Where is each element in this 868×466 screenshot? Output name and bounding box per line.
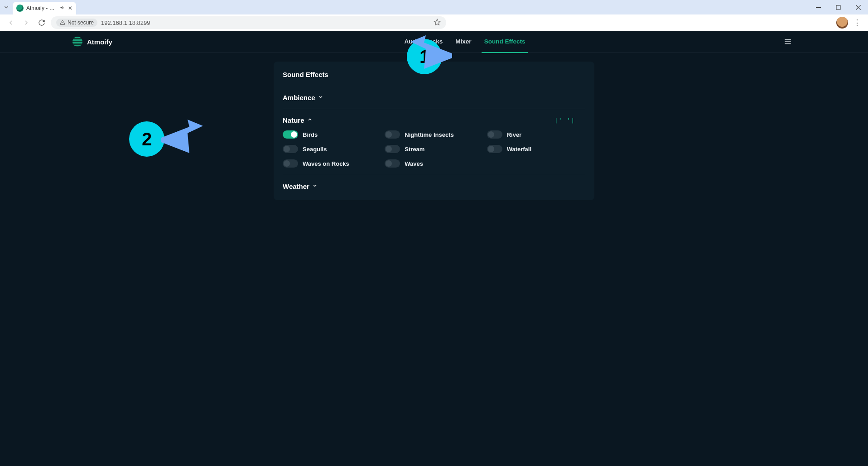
sound-label: Waterfall [507, 146, 531, 153]
arrow-2-icon [160, 120, 204, 158]
annotation-bubble: 2 [129, 121, 164, 157]
browser-menu-button[interactable]: ⋮ [851, 16, 863, 29]
nav-forward-button[interactable] [20, 16, 33, 29]
sound-item-waves_on_rocks: Waves on Rocks [283, 159, 381, 168]
brand[interactable]: Atmoify [72, 31, 112, 53]
tab-title: Atmoify - Create [26, 5, 57, 11]
url-text: 192.168.1.18:8299 [101, 19, 150, 26]
playing-indicator-icon: |' '| [555, 117, 575, 124]
sound-item-nighttime_insects: Nighttime Insects [385, 130, 483, 139]
tab-list-dropdown[interactable] [0, 0, 13, 14]
sound-item-birds: Birds [283, 130, 381, 139]
browser-tab-strip: Atmoify - Create ✕ [0, 0, 868, 14]
sound-label: Nighttime Insects [405, 131, 453, 138]
section-label: Weather [283, 183, 309, 190]
svg-marker-20 [161, 120, 203, 153]
sound-label: Waves on Rocks [303, 160, 349, 167]
svg-rect-0 [816, 7, 821, 8]
sound-label: Stream [405, 146, 424, 153]
nav-tabs: Audio Tracks Mixer Sound Effects [405, 31, 526, 53]
window-minimize-button[interactable] [808, 0, 828, 14]
sound-label: Seagulls [303, 146, 327, 153]
security-label: Not secure [68, 19, 94, 26]
toggle-stream[interactable] [385, 145, 400, 153]
bookmark-star-icon[interactable] [434, 19, 441, 27]
section-head-nature[interactable]: Nature |' '| [283, 116, 585, 124]
logo-icon [72, 37, 82, 47]
sound-effects-panel: Sound Effects Ambience Nature |' '| Bird… [274, 62, 594, 200]
chevron-down-icon [318, 94, 323, 101]
toggle-waterfall[interactable] [487, 145, 502, 153]
window-close-button[interactable] [848, 0, 868, 14]
svg-marker-4 [434, 19, 440, 25]
toggle-birds[interactable] [283, 130, 298, 139]
tab-mixer[interactable]: Mixer [455, 35, 471, 48]
favicon-icon [16, 5, 24, 12]
toggle-seagulls[interactable] [283, 145, 298, 153]
toggle-waves_on_rocks[interactable] [283, 159, 298, 168]
sound-item-waves: Waves [385, 159, 483, 168]
tab-close-icon[interactable]: ✕ [68, 5, 72, 11]
brand-name: Atmoify [87, 38, 112, 46]
toggle-nighttime_insects[interactable] [385, 130, 400, 139]
window-controls [808, 0, 868, 14]
sound-item-waterfall: Waterfall [487, 145, 585, 153]
sound-label: Waves [405, 160, 423, 167]
section-head-ambience[interactable]: Ambience [283, 94, 585, 101]
address-bar[interactable]: Not secure 192.168.1.18:8299 [51, 16, 446, 29]
section-nature: Nature |' '| BirdsNighttime InsectsRiver… [283, 109, 585, 175]
annotation-2: 2 [129, 121, 164, 157]
tab-audio-tracks[interactable]: Audio Tracks [405, 35, 443, 48]
browser-toolbar: Not secure 192.168.1.18:8299 ⋮ [0, 14, 868, 31]
chevron-up-icon [307, 117, 313, 124]
svg-rect-1 [836, 5, 840, 10]
section-label: Ambience [283, 94, 315, 101]
section-ambience: Ambience [283, 86, 585, 109]
browser-tab[interactable]: Atmoify - Create ✕ [13, 2, 76, 14]
toggle-waves[interactable] [385, 159, 400, 168]
profile-avatar[interactable] [836, 17, 848, 29]
section-label: Nature [283, 116, 304, 124]
panel-title: Sound Effects [283, 71, 585, 78]
sound-label: River [507, 131, 522, 138]
toggle-river[interactable] [487, 130, 502, 139]
nav-reload-button[interactable] [35, 16, 48, 29]
nature-grid: BirdsNighttime InsectsRiverSeagullsStrea… [283, 130, 585, 168]
nav-back-button[interactable] [5, 16, 17, 29]
app-header: Atmoify Audio Tracks Mixer Sound Effects [0, 31, 868, 53]
security-chip[interactable]: Not secure [56, 19, 97, 27]
section-weather: Weather [283, 175, 585, 197]
app-viewport: Atmoify Audio Tracks Mixer Sound Effects… [0, 31, 868, 466]
tab-audio-icon[interactable] [60, 5, 65, 12]
sound-item-stream: Stream [385, 145, 483, 153]
app-menu-button[interactable] [784, 31, 792, 53]
section-head-weather[interactable]: Weather [283, 183, 585, 190]
sound-label: Birds [303, 131, 318, 138]
tab-sound-effects[interactable]: Sound Effects [484, 35, 526, 48]
sound-item-seagulls: Seagulls [283, 145, 381, 153]
chevron-down-icon [312, 183, 318, 190]
window-maximize-button[interactable] [828, 0, 848, 14]
sound-item-river: River [487, 130, 585, 139]
